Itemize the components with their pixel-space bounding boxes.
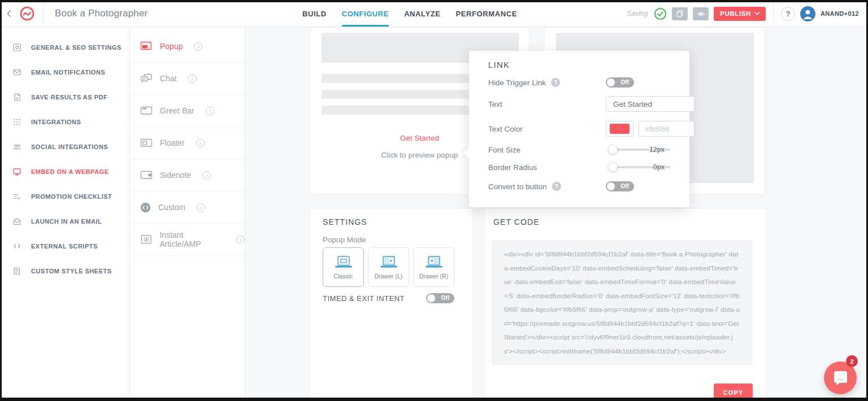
slider-knob[interactable] (608, 145, 618, 154)
text-label: Text (488, 100, 502, 108)
help-icon[interactable]: ? (551, 78, 560, 87)
settings-title: SETTINGS (323, 217, 367, 226)
text-row: Text (488, 96, 677, 112)
back-button[interactable] (0, 0, 17, 27)
pdf-icon (12, 93, 21, 102)
sidebar-item-launch-email[interactable]: LAUNCH IN AN EMAIL (0, 209, 129, 234)
popup-mode-options: Classic Drawer (L) Drawer (R) (323, 247, 454, 287)
mode-drawer-left[interactable]: Drawer (L) (368, 247, 409, 287)
toggle-state-label: Off (441, 293, 449, 303)
custom-icon (140, 202, 151, 213)
widget-item-chat[interactable]: Chat i (130, 63, 245, 95)
sidebar-item-email-notifications[interactable]: EMAIL NOTIFICATIONS (0, 60, 129, 85)
border-radius-value: 0px (653, 159, 665, 175)
widget-item-custom[interactable]: Custom i (130, 191, 245, 224)
outgrow-logo-icon[interactable] (19, 6, 35, 21)
chevron-left-icon (5, 9, 12, 18)
eye-icon (697, 10, 705, 18)
header-divider (773, 5, 774, 22)
get-code-card: GET CODE <div><div id='5f8d944b1bbf2d594… (484, 208, 766, 401)
sidebar-item-custom-stylesheets[interactable]: CUSTOM STYLE SHEETS (0, 259, 129, 284)
toggle-knob (427, 294, 435, 302)
color-swatch-fill (610, 124, 630, 134)
copy-button[interactable]: COPY (714, 383, 753, 401)
hex-color-input[interactable] (639, 121, 695, 137)
convert-toggle[interactable]: Off (606, 181, 634, 191)
toggle-state-label: Off (621, 181, 629, 191)
popup-mode-label: Popup Mode (323, 236, 366, 244)
main-nav-tabs: BUILD CONFIGURE ANALYZE PERFORMANCE (302, 0, 517, 27)
settings-sidebar: GENERAL & SEO SETTINGS EMAIL NOTIFICATIO… (0, 27, 130, 401)
sidebar-item-general-seo[interactable]: GENERAL & SEO SETTINGS (0, 35, 129, 60)
floater-icon (140, 138, 153, 148)
info-icon[interactable]: i (197, 203, 205, 212)
chevron-down-icon (754, 12, 760, 15)
sidebar-item-integrations[interactable]: INTEGRATIONS (0, 110, 129, 134)
hide-trigger-row: Hide Trigger Link? Off (488, 75, 677, 90)
sidebar-item-social-integrations[interactable]: SOCIAL INTEGRATIONS (0, 134, 129, 159)
font-size-label: Font Size (488, 146, 520, 154)
sidebar-item-promotion-checklist[interactable]: PROMOTION CHECKLIST (0, 184, 129, 209)
mode-drawer-right[interactable]: Drawer (R) (413, 247, 454, 287)
info-icon[interactable]: i (202, 171, 211, 180)
widget-item-floater[interactable]: Floater i (130, 127, 245, 159)
header-divider (43, 6, 44, 21)
drawer-left-mode-icon (378, 255, 400, 269)
chat-icon (140, 73, 153, 84)
page-title: Book a Photographer (55, 8, 147, 19)
widget-item-greet-bar[interactable]: Greet Bar i (130, 95, 245, 127)
convert-button-row: Convert to button? Off (488, 178, 677, 194)
toggle-knob (607, 182, 615, 190)
border-radius-label: Border Radius (488, 163, 537, 172)
text-color-row: Text Color (488, 121, 677, 137)
embed-code-box[interactable]: <div><div id='5f8d944b1bbf2d594cf1b2af' … (492, 241, 752, 365)
user-icon (800, 6, 815, 21)
widget-item-sidenote[interactable]: Sidenote i (130, 159, 245, 191)
duplicate-button[interactable] (672, 7, 688, 20)
preview-button[interactable] (693, 7, 709, 20)
sidebar-item-external-scripts[interactable]: EXTERNAL SCRIPTS (0, 234, 129, 259)
open-envelope-icon (12, 217, 21, 226)
code-icon (12, 242, 21, 251)
widget-item-instant-article-amp[interactable]: Instant Article/AMP i (130, 224, 245, 256)
publish-button[interactable]: PUBLISH (714, 7, 766, 21)
toggle-state-label: Off (621, 77, 629, 88)
mode-classic[interactable]: Classic (323, 247, 364, 287)
timed-exit-toggle[interactable]: Off (426, 293, 454, 303)
header-left: Book a Photographer (0, 0, 147, 27)
header-actions: Saving PUBLISH ? (627, 0, 860, 27)
help-icon[interactable]: ? (552, 182, 561, 191)
tab-performance[interactable]: PERFORMANCE (456, 0, 517, 27)
get-code-title: GET CODE (493, 217, 540, 226)
tab-configure[interactable]: CONFIGURE (342, 0, 389, 27)
header: Book a Photographer BUILD CONFIGURE ANAL… (0, 0, 868, 27)
saved-check-icon (654, 7, 667, 20)
info-icon[interactable]: i (236, 236, 245, 244)
amp-icon (140, 234, 152, 245)
help-button[interactable]: ? (781, 7, 795, 21)
slider-knob[interactable] (608, 162, 618, 172)
text-color-label: Text Color (488, 125, 523, 133)
info-icon[interactable]: i (188, 75, 197, 83)
tab-build[interactable]: BUILD (302, 0, 327, 27)
info-icon[interactable]: i (196, 139, 205, 147)
saving-status: Saving (627, 10, 648, 18)
sidenote-icon (140, 170, 153, 180)
info-icon[interactable]: i (206, 107, 214, 115)
hide-trigger-toggle[interactable]: Off (606, 77, 634, 88)
widget-item-popup[interactable]: Popup i (130, 30, 245, 63)
trigger-text-input[interactable] (606, 96, 695, 112)
sidebar-item-save-pdf[interactable]: SAVE RESULTS AS PDF (0, 85, 129, 110)
publish-label: PUBLISH (720, 10, 751, 17)
people-icon (12, 142, 21, 151)
color-swatch[interactable] (606, 121, 633, 137)
settings-card: SETTINGS Popup Mode Classic Drawer (L) (310, 208, 473, 401)
tab-analyze[interactable]: ANALYZE (404, 0, 440, 27)
font-size-row: Font Size 12px (488, 142, 677, 158)
drawer-right-mode-icon (423, 255, 445, 269)
chat-notification-badge: 2 (846, 355, 858, 367)
border-radius-row: Border Radius 0px (488, 159, 677, 175)
info-icon[interactable]: i (194, 42, 202, 51)
sidebar-item-embed-webpage[interactable]: EMBED ON A WEBPAGE (0, 159, 129, 184)
avatar[interactable] (800, 6, 815, 21)
